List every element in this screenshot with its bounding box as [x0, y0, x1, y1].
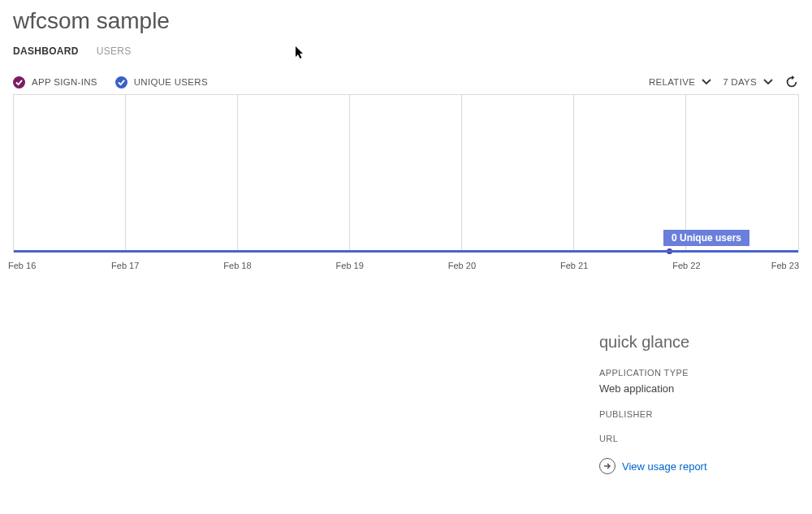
chart-x-axis: Feb 16 Feb 17 Feb 18 Feb 19 Feb 20 Feb 2… [13, 261, 799, 275]
x-tick: Feb 23 [771, 261, 799, 270]
arrow-right-icon [599, 458, 615, 474]
range-mode-dropdown[interactable]: RELATIVE [649, 77, 711, 87]
x-tick: Feb 22 [672, 261, 700, 270]
x-tick: Feb 16 [8, 261, 36, 270]
tab-dashboard[interactable]: DASHBOARD [13, 45, 79, 57]
tab-users[interactable]: USERS [97, 45, 132, 57]
chevron-down-icon [763, 77, 773, 87]
range-value-dropdown[interactable]: 7 DAYS [723, 77, 773, 87]
app-type-label: APPLICATION TYPE [599, 368, 786, 378]
check-icon [115, 76, 127, 89]
legend-app-signins[interactable]: APP SIGN-INS [13, 76, 97, 89]
x-tick: Feb 17 [111, 261, 139, 270]
x-tick: Feb 18 [223, 261, 251, 270]
page-title: wfcsom sample [13, 8, 804, 34]
range-value-label: 7 DAYS [723, 77, 757, 87]
legend-label: UNIQUE USERS [134, 77, 208, 87]
quick-glance-heading: quick glance [599, 333, 786, 352]
app-type-value: Web application [599, 382, 786, 395]
chevron-down-icon [702, 77, 711, 87]
legend-label: APP SIGN-INS [32, 77, 97, 87]
quick-glance-panel: quick glance APPLICATION TYPE Web applic… [599, 333, 786, 474]
x-tick: Feb 20 [448, 261, 476, 270]
check-icon [13, 76, 25, 89]
legend-unique-users[interactable]: UNIQUE USERS [115, 76, 208, 89]
publisher-label: PUBLISHER [599, 409, 786, 419]
range-mode-label: RELATIVE [649, 77, 695, 87]
x-tick: Feb 21 [560, 261, 588, 270]
view-usage-report-link[interactable]: View usage report [622, 460, 707, 473]
refresh-icon[interactable] [784, 75, 799, 89]
chart-canvas[interactable]: 0 Unique users [13, 94, 799, 253]
chart-gridlines [14, 95, 798, 253]
tab-bar: DASHBOARD USERS [8, 45, 804, 57]
chart-toolbar: APP SIGN-INS UNIQUE USERS RELATIVE 7 DAY… [8, 75, 804, 89]
chart-baseline [14, 250, 798, 253]
x-tick: Feb 19 [336, 261, 364, 270]
url-label: URL [599, 434, 786, 443]
chart-tooltip: 0 Unique users [663, 230, 749, 246]
